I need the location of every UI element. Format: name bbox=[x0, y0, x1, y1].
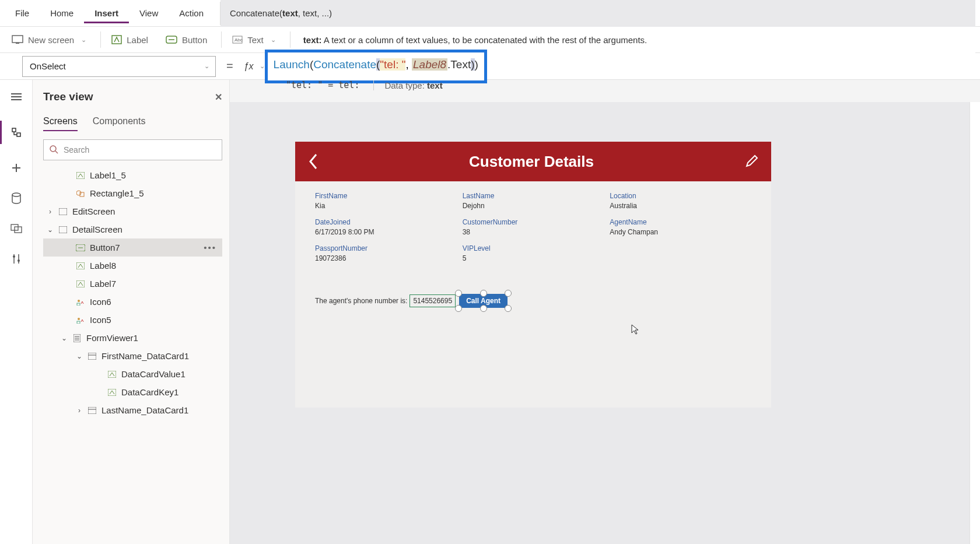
svg-rect-44 bbox=[88, 407, 96, 414]
back-icon[interactable] bbox=[308, 153, 318, 170]
edit-icon[interactable] bbox=[744, 155, 758, 169]
call-agent-button[interactable]: Call Agent bbox=[459, 294, 508, 308]
hamburger-icon[interactable] bbox=[10, 90, 23, 103]
close-icon[interactable]: ✕ bbox=[215, 92, 222, 103]
formula-input[interactable]: Launch(Concatenate("tel: ", Label8.Text)… bbox=[265, 50, 487, 83]
svg-line-22 bbox=[55, 151, 58, 153]
tree-item-detailscreen[interactable]: ⌄ DetailScreen bbox=[43, 220, 222, 238]
tree-item-button7[interactable]: Button7 ••• bbox=[43, 238, 222, 257]
collapse-icon[interactable]: ⌄ bbox=[76, 352, 83, 360]
chevron-down-icon: ⌄ bbox=[81, 36, 86, 44]
menu-view[interactable]: View bbox=[129, 3, 169, 23]
property-selector[interactable]: OnSelect ⌄ bbox=[22, 56, 216, 77]
collapse-icon[interactable]: ⌄ bbox=[61, 334, 68, 342]
svg-point-19 bbox=[13, 255, 15, 258]
media-rail-icon[interactable] bbox=[10, 222, 23, 235]
chevron-down-icon: ⌄ bbox=[271, 36, 276, 44]
tree-item-firstname-card[interactable]: ⌄ FirstName_DataCard1 bbox=[43, 347, 222, 365]
screen-icon bbox=[12, 35, 23, 44]
phone-label[interactable]: 5145526695 bbox=[410, 294, 456, 307]
tab-components[interactable]: Components bbox=[93, 116, 146, 131]
menu-insert[interactable]: Insert bbox=[84, 3, 129, 23]
form-grid: FirstNameKia LastNameDejohn LocationAust… bbox=[295, 181, 771, 273]
resize-handle[interactable] bbox=[455, 290, 462, 297]
text-icon: Abc bbox=[232, 36, 243, 44]
field-location: LocationAustralia bbox=[610, 192, 751, 210]
tree-item-label1-5[interactable]: Label1_5 bbox=[43, 166, 222, 184]
separator bbox=[100, 31, 101, 48]
tab-screens[interactable]: Screens bbox=[43, 116, 78, 131]
right-panel-collapsed[interactable] bbox=[970, 102, 980, 544]
svg-point-21 bbox=[50, 146, 56, 152]
screen-icon bbox=[58, 225, 68, 234]
tree-item-editscreen[interactable]: › EditScreen bbox=[43, 202, 222, 220]
tree-item-lastname-card[interactable]: › LastName_DataCard1 bbox=[43, 401, 222, 419]
separator bbox=[221, 31, 222, 48]
tree-item-formviewer1[interactable]: ⌄ FormViewer1 bbox=[43, 329, 222, 347]
expand-icon[interactable]: › bbox=[76, 406, 83, 415]
field-customernumber: CustomerNumber38 bbox=[463, 218, 604, 236]
svg-rect-42 bbox=[108, 371, 116, 378]
left-rail bbox=[0, 80, 33, 544]
app-screen: Customer Details FirstNameKia LastNameDe… bbox=[295, 142, 771, 408]
new-screen-button[interactable]: New screen⌄ bbox=[5, 31, 93, 48]
resize-handle[interactable] bbox=[505, 305, 512, 312]
svg-rect-30 bbox=[76, 262, 85, 269]
advanced-rail-icon[interactable] bbox=[10, 252, 23, 265]
svg-text:Abc: Abc bbox=[235, 37, 243, 43]
svg-point-34 bbox=[78, 318, 80, 320]
tree-item-datacardkey1[interactable]: DataCardKey1 bbox=[43, 383, 222, 401]
tree-item-icon6[interactable]: Icon6 bbox=[43, 293, 222, 311]
collapse-icon[interactable]: ⌄ bbox=[47, 226, 54, 234]
menu-home[interactable]: Home bbox=[40, 3, 84, 23]
tree-item-icon5[interactable]: Icon5 bbox=[43, 311, 222, 329]
button-insert[interactable]: Button bbox=[159, 31, 214, 48]
resize-handle[interactable] bbox=[505, 290, 512, 297]
field-passport: PassportNumber19072386 bbox=[315, 244, 457, 262]
resize-handle[interactable] bbox=[455, 305, 462, 312]
field-firstname: FirstNameKia bbox=[315, 192, 457, 210]
datacard-icon bbox=[88, 406, 97, 415]
tree-item-datacardvalue1[interactable]: DataCardValue1 bbox=[43, 365, 222, 383]
cursor-icon bbox=[631, 324, 639, 335]
tree-item-label8[interactable]: Label8 bbox=[43, 257, 222, 275]
tree-item-label7[interactable]: Label7 bbox=[43, 275, 222, 293]
resize-handle[interactable] bbox=[480, 290, 487, 297]
svg-rect-1 bbox=[16, 43, 19, 44]
menu-bar: File Home Insert View Action Concatenate… bbox=[0, 0, 980, 27]
label-icon bbox=[111, 35, 122, 44]
screen-icon bbox=[58, 207, 68, 216]
resize-handle[interactable] bbox=[480, 305, 487, 312]
tree-item-rectangle1-5[interactable]: Rectangle1_5 bbox=[43, 184, 222, 202]
menu-file[interactable]: File bbox=[5, 3, 40, 23]
button-icon bbox=[76, 243, 85, 252]
text-button[interactable]: Abc Text⌄ bbox=[225, 31, 283, 48]
insert-rail-icon[interactable] bbox=[10, 162, 23, 174]
formula-hint: Concatenate(text, text, ...) bbox=[220, 0, 975, 27]
label-button[interactable]: Label bbox=[104, 31, 155, 48]
svg-point-20 bbox=[18, 259, 20, 262]
field-vip: VIPLevel5 bbox=[463, 244, 604, 262]
svg-point-14 bbox=[12, 193, 20, 196]
search-input[interactable]: Search bbox=[43, 139, 222, 160]
svg-rect-40 bbox=[88, 353, 96, 360]
svg-point-32 bbox=[78, 300, 80, 302]
chevron-down-icon: ⌄ bbox=[204, 62, 209, 70]
tree-list: Label1_5 Rectangle1_5 › EditScreen ⌄ Det… bbox=[43, 166, 222, 539]
shape-icon bbox=[76, 189, 85, 198]
data-rail-icon[interactable] bbox=[10, 192, 23, 205]
datacard-icon bbox=[88, 352, 97, 361]
field-lastname: LastNameDejohn bbox=[463, 192, 604, 210]
formula-bar: OnSelect ⌄ = ƒx ⌄ Launch(Concatenate("te… bbox=[0, 53, 980, 80]
menu-action[interactable]: Action bbox=[169, 3, 214, 23]
svg-rect-10 bbox=[12, 128, 16, 132]
tree-view-rail[interactable] bbox=[0, 121, 33, 144]
expand-icon[interactable]: › bbox=[47, 208, 54, 216]
label-icon bbox=[107, 370, 117, 379]
svg-rect-43 bbox=[108, 389, 116, 396]
tree-panel: Tree view ✕ Screens Components Search La… bbox=[33, 80, 230, 544]
equals-sign: = bbox=[226, 59, 233, 73]
svg-rect-33 bbox=[77, 303, 80, 306]
canvas[interactable]: Customer Details FirstNameKia LastNameDe… bbox=[230, 102, 980, 544]
more-icon[interactable]: ••• bbox=[204, 243, 216, 252]
